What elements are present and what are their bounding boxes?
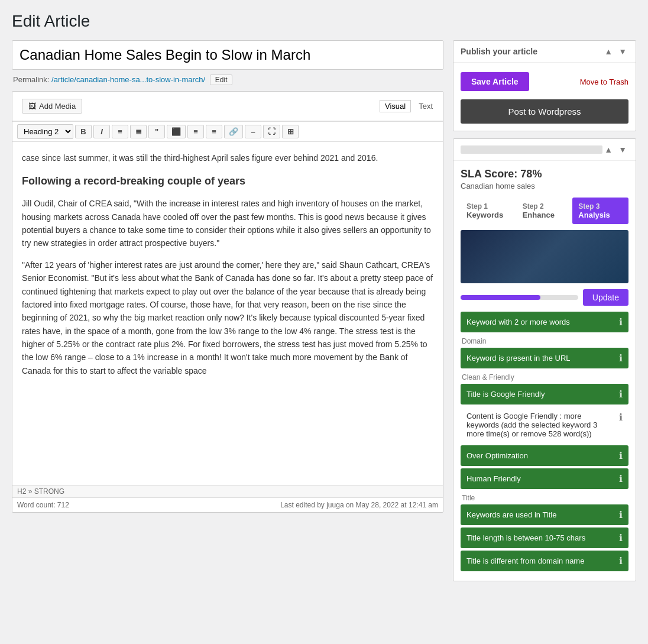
update-button[interactable]: Update	[583, 289, 628, 306]
align-center-button[interactable]: ≡	[187, 125, 204, 138]
chevron-up-button[interactable]: ▲	[602, 47, 614, 56]
sla-panel-chevrons: ▲ ▼	[602, 145, 628, 154]
add-media-icon: 🖼	[28, 102, 36, 111]
seo-section-title: Title	[461, 494, 628, 502]
seo-item-keywords-in-title: Keywords are used in Title ℹ	[461, 504, 628, 525]
ordered-list-button[interactable]: ≣	[130, 125, 147, 138]
publish-panel-header: Publish your article ▲ ▼	[453, 41, 636, 63]
permalink-edit-button[interactable]: Edit	[210, 75, 233, 85]
sla-panel-header: ▲ ▼	[453, 139, 636, 161]
content-paragraph-3: "After 12 years of 'higher interest rate…	[22, 258, 433, 378]
editor-footer: Word count: 712 Last edited by juuga on …	[12, 497, 443, 512]
sla-keyword: Canadian home sales	[461, 182, 628, 190]
seo-item-over-optimization: Over Optimization ℹ	[461, 445, 628, 466]
last-edited: Last edited by juuga on May 28, 2022 at …	[280, 501, 438, 509]
heading-select[interactable]: Heading 2 Paragraph Heading 1 Heading 3	[17, 124, 73, 139]
editor-content[interactable]: case since last summer, it was still the…	[12, 142, 443, 485]
permalink-url[interactable]: /article/canadian-home-sa...to-slow-in-m…	[51, 75, 205, 84]
info-icon-3[interactable]: ℹ	[619, 412, 623, 423]
sla-panel-body: SLA Score: 78% Canadian home sales Step …	[453, 161, 636, 581]
article-title-input[interactable]	[12, 40, 443, 70]
step-keywords[interactable]: Step 1 Keywords	[461, 198, 517, 224]
seo-item-google-friendly: Title is Google Friendly ℹ	[461, 384, 628, 404]
sla-chevron-down-button[interactable]: ▼	[617, 145, 628, 154]
seo-item-title-length: Title length is between 10-75 chars ℹ	[461, 528, 628, 548]
sla-image-placeholder	[461, 230, 628, 283]
seo-section-clean: Clean & Friendly	[461, 373, 628, 381]
fullscreen-button[interactable]: ⛶	[263, 125, 280, 138]
editor-toolbar: Heading 2 Paragraph Heading 1 Heading 3 …	[12, 121, 443, 142]
add-media-button[interactable]: 🖼 Add Media	[22, 99, 82, 114]
publish-actions-row: Save Article Move to Trash	[461, 70, 628, 93]
progress-row: Update	[461, 289, 628, 306]
seo-item-keyword-words: Keyword with 2 or more words ℹ	[461, 312, 628, 332]
permalink-bar: Permalink: /article/canadian-home-sa...t…	[12, 75, 443, 85]
content-paragraph-1: case since last summer, it was still the…	[22, 151, 433, 164]
step-analysis[interactable]: Step 3 Analysis	[572, 198, 628, 224]
publish-panel-chevrons: ▲ ▼	[602, 47, 628, 56]
seo-item-keyword-url: Keyword is present in the URL ℹ	[461, 348, 628, 368]
more-button[interactable]: –	[245, 125, 261, 138]
visual-view-button[interactable]: Visual	[380, 100, 411, 112]
info-icon-5[interactable]: ℹ	[619, 473, 623, 484]
info-icon-2[interactable]: ℹ	[619, 389, 623, 400]
editor-status-bar: H2 » STRONG	[12, 485, 443, 497]
content-paragraph-2: Jill Oudil, Chair of CREA said, "With th…	[22, 197, 433, 250]
info-icon-4[interactable]: ℹ	[619, 450, 623, 461]
seo-item-content-friendly: Content is Google Friendly : more keywor…	[461, 407, 628, 443]
sla-panel: ▲ ▼ SLA Score: 78% Canadian home sales S…	[453, 138, 636, 581]
info-icon-0[interactable]: ℹ	[619, 316, 623, 328]
seo-section-domain: Domain	[461, 337, 628, 345]
italic-button[interactable]: I	[93, 125, 110, 138]
content-heading: Following a record-breaking couple of ye…	[22, 173, 433, 190]
publish-panel-body: Save Article Move to Trash Post to Wordp…	[453, 63, 636, 131]
info-icon-7[interactable]: ℹ	[619, 532, 623, 543]
word-count: Word count: 712	[17, 501, 69, 509]
publish-panel: Publish your article ▲ ▼ Save Article Mo…	[453, 40, 636, 131]
unordered-list-button[interactable]: ≡	[112, 125, 128, 138]
steps-row: Step 1 Keywords Step 2 Enhance Step 3 An…	[461, 198, 628, 224]
chevron-down-button[interactable]: ▼	[617, 47, 628, 56]
progress-bar-background	[461, 295, 578, 300]
editor-column: Permalink: /article/canadian-home-sa...t…	[12, 40, 443, 513]
permalink-label: Permalink:	[13, 75, 49, 84]
page-title: Edit Article	[12, 12, 636, 31]
sla-panel-header-bar	[461, 145, 602, 154]
text-view-button[interactable]: Text	[413, 100, 438, 112]
progress-bar-fill	[461, 295, 540, 300]
save-article-button[interactable]: Save Article	[461, 72, 529, 91]
sla-score: SLA Score: 78%	[461, 168, 628, 180]
editor-box: 🖼 Add Media Visual Text Heading 2 Paragr…	[12, 91, 443, 513]
seo-item-title-domain: Title is different from domain name ℹ	[461, 551, 628, 571]
link-button[interactable]: 🔗	[224, 125, 243, 138]
info-icon-1[interactable]: ℹ	[619, 352, 623, 364]
table-button[interactable]: ⊞	[282, 125, 299, 138]
align-right-button[interactable]: ≡	[206, 125, 222, 138]
sla-chevron-up-button[interactable]: ▲	[602, 145, 614, 154]
seo-item-human-friendly: Human Friendly ℹ	[461, 468, 628, 489]
blockquote-button[interactable]: "	[148, 125, 165, 138]
step-enhance[interactable]: Step 2 Enhance	[517, 198, 573, 224]
post-to-wordpress-button[interactable]: Post to Wordpress	[461, 99, 628, 124]
info-icon-8[interactable]: ℹ	[619, 555, 623, 567]
sidebar-column: Publish your article ▲ ▼ Save Article Mo…	[453, 40, 636, 588]
bold-button[interactable]: B	[75, 125, 92, 138]
info-icon-6[interactable]: ℹ	[619, 509, 623, 520]
move-to-trash-link[interactable]: Move to Trash	[580, 77, 628, 86]
align-left-button[interactable]: ⬛	[167, 125, 186, 138]
